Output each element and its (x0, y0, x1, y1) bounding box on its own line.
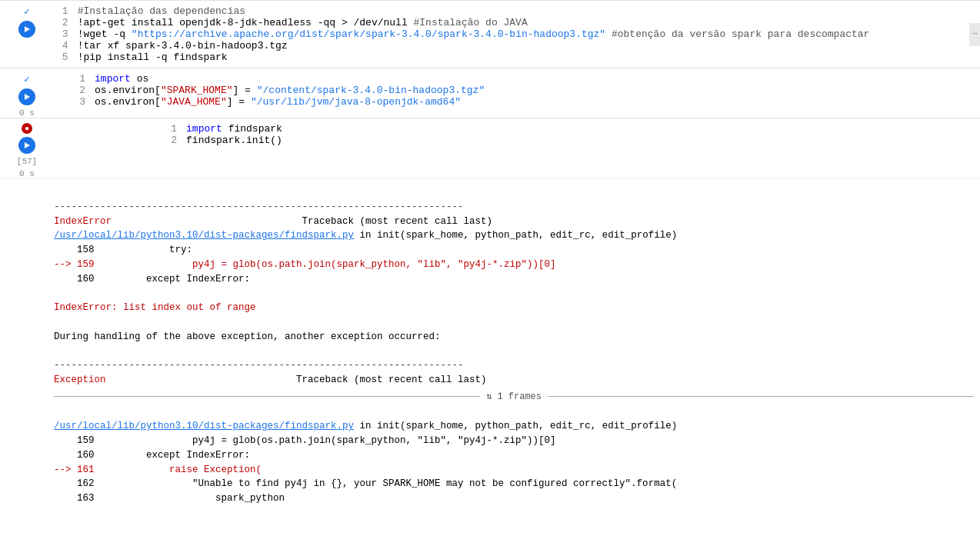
cell-1: ✓ 1 #Instalação das dependencias 2 !apt-… (0, 0, 980, 68)
error-message: IndexError: list index out of range (54, 302, 256, 313)
traceback2-line-163: 163 spark_python (54, 493, 285, 504)
error-output: ----------------------------------------… (54, 185, 974, 388)
cell-1-content: 1 #Instalação das dependencias 2 !apt-ge… (54, 1, 980, 68)
line-number: 1 (60, 123, 186, 135)
link1-suffix: in init(spark_home, python_path, edit_rc… (354, 230, 677, 241)
cell-3-sublabel: 0 s (19, 169, 35, 178)
cell-2-label: 0 s (19, 108, 35, 118)
traceback-label-2: Traceback (most recent call last) (296, 375, 487, 385)
error-separator: ----------------------------------------… (54, 201, 464, 212)
line-code: import os (95, 73, 974, 85)
line-number: 2 (60, 17, 78, 28)
line-code: #Instalação das dependencias (78, 5, 974, 17)
line-code: !pip install -q findspark (78, 52, 974, 63)
code-line: 1 import os (60, 73, 974, 85)
line-code: !wget -q "https://archive.apache.org/dis… (78, 28, 974, 40)
code-line: 1 import findspark (60, 123, 974, 135)
code-line: 1 #Instalação das dependencias (60, 5, 974, 17)
notebook: ✓ 1 #Instalação das dependencias 2 !apt-… (0, 0, 980, 546)
line-code: !apt-get install openjdk-8-jdk-headless … (78, 17, 974, 28)
error-output-2: /usr/local/lib/python3.10/dist-packages/… (54, 405, 974, 521)
cell-2-content: 1 import os 2 os.environ["SPARK_HOME"] =… (54, 68, 980, 118)
code-line: 4 !tar xf spark-3.4.0-bin-hadoop3.tgz (60, 40, 974, 52)
line-number: 2 (60, 85, 95, 96)
line-code: !tar xf spark-3.4.0-bin-hadoop3.tgz (78, 40, 974, 52)
cell-3-run-button[interactable] (18, 137, 35, 154)
svg-marker-0 (25, 26, 30, 32)
error-link-2[interactable]: /usr/local/lib/python3.10/dist-packages/… (54, 421, 354, 431)
line-code: os.environ["SPARK_HOME"] = "/content/spa… (95, 85, 974, 96)
cell-3-code: 1 import findspark 2 findspark.init() (60, 123, 974, 146)
code-line: 2 findspark.init() (60, 135, 974, 146)
cell-3-output: ----------------------------------------… (0, 178, 980, 527)
frames-toggle[interactable]: ⇅ 1 frames (486, 391, 542, 402)
cell-2-run-button[interactable] (18, 88, 35, 105)
line-number: 4 (60, 40, 78, 52)
error-type: IndexError (54, 216, 112, 227)
link2-suffix: in init(spark_home, python_path, edit_rc… (354, 421, 677, 431)
line-number: 3 (60, 28, 78, 40)
code-line: 2 !apt-get install openjdk-8-jdk-headles… (60, 17, 974, 28)
svg-marker-2 (25, 142, 30, 148)
line-code: findspark.init() (186, 135, 974, 146)
frames-line-left (54, 396, 480, 397)
traceback-line-160: 160 except IndexError: (54, 274, 250, 285)
code-line: 3 !wget -q "https://archive.apache.org/d… (60, 28, 974, 40)
line-number: 3 (60, 96, 95, 108)
traceback2-line-159: 159 py4j = glob(os.path.join(spark_pytho… (54, 435, 556, 446)
line-code: import findspark (186, 123, 974, 135)
cell-1-code: 1 #Instalação das dependencias 2 !apt-ge… (60, 5, 974, 63)
cell-2-success-icon: ✓ (24, 73, 30, 85)
cell-3-content: 1 import findspark 2 findspark.init() (54, 118, 980, 178)
cell-2: ✓ 0 s 1 import os 2 os.environ["SPARK_HO… (0, 68, 980, 118)
line-number: 1 (60, 5, 78, 17)
cell-1-run-button[interactable] (18, 21, 35, 38)
code-line: 5 !pip install -q findspark (60, 52, 974, 63)
code-line: 3 os.environ["JAVA_HOME"] = "/usr/lib/jv… (60, 96, 974, 108)
cell-1-success-icon: ✓ (24, 5, 30, 18)
frames-line-right (548, 396, 974, 397)
svg-marker-1 (25, 94, 30, 100)
cell-2-code: 1 import os 2 os.environ["SPARK_HOME"] =… (60, 73, 974, 108)
cell-3: ● [57] 0 s 1 import findspark 2 findspar… (0, 118, 980, 178)
cell-3-label: [57] (17, 157, 37, 166)
cell-3-gutter: ● [57] 0 s (0, 118, 54, 178)
traceback-arrow-159: --> 159 py4j = glob(os.path.join(spark_p… (54, 259, 556, 270)
cell-1-gutter: ✓ (0, 1, 54, 68)
code-line: 2 os.environ["SPARK_HOME"] = "/content/s… (60, 85, 974, 96)
cell-3-error-icon: ● (22, 123, 32, 134)
scroll-indicator[interactable]: ↕ (969, 23, 980, 46)
error-link-1[interactable]: /usr/local/lib/python3.10/dist-packages/… (54, 230, 354, 241)
traceback2-line-160: 160 except IndexError: (54, 450, 250, 461)
line-number: 2 (60, 135, 186, 146)
line-number: 1 (60, 73, 95, 85)
error-separator-2: ----------------------------------------… (54, 360, 464, 371)
line-number: 5 (60, 52, 78, 63)
frames-toggle-line: ⇅ 1 frames (54, 391, 974, 402)
traceback2-line-162: 162 "Unable to find py4j in {}, your SPA… (54, 478, 677, 489)
cell-2-gutter: ✓ 0 s (0, 68, 54, 118)
during-msg: During handling of the above exception, … (54, 331, 441, 342)
traceback2-arrow-161: --> 161 raise Exception( (54, 464, 262, 475)
traceback-line-158: 158 try: (54, 245, 192, 255)
line-code: os.environ["JAVA_HOME"] = "/usr/lib/jvm/… (95, 96, 974, 108)
traceback-label: Traceback (most recent call last) (302, 216, 493, 227)
error-type-2: Exception (54, 375, 106, 385)
